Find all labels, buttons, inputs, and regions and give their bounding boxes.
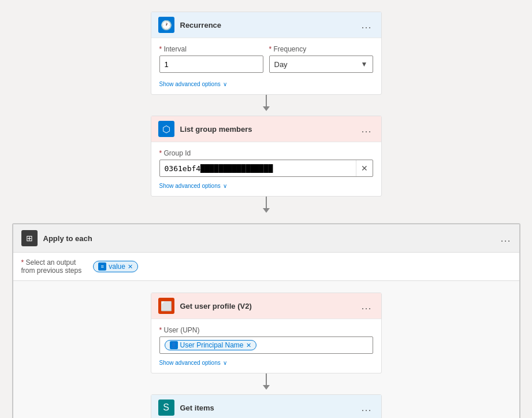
connector-1 <box>263 95 270 116</box>
get-user-more[interactable]: ... <box>359 300 374 312</box>
interval-field: * Interval <box>159 45 263 73</box>
get-user-card: ⬜ Get user profile (V2) ... * User (UPN)… <box>151 293 382 373</box>
chevron-down-icon: ∨ <box>223 81 227 87</box>
recurrence-icon: 🕐 <box>158 17 174 33</box>
get-user-title: Get user profile (V2) <box>180 302 359 310</box>
frequency-arrow-icon: ▼ <box>361 60 368 68</box>
apply-body: ⬜ Get user profile (V2) ... * User (UPN)… <box>13 281 519 418</box>
recurrence-card: 🕐 Recurrence ... * Interval * Frequency … <box>151 12 382 95</box>
upn-chip-icon: 👤 <box>170 341 178 349</box>
list-group-header: ⬡ List group members ... <box>151 116 381 142</box>
upn-chip-close-button[interactable]: ✕ <box>246 342 251 349</box>
list-group-icon: ⬡ <box>158 121 174 137</box>
group-id-input-container: ✕ <box>159 160 373 177</box>
get-items-title: Get items <box>180 404 359 412</box>
user-upn-field: * User (UPN) 👤 User Principal Name ✕ <box>159 326 373 354</box>
group-id-field-row: * Group Id ✕ <box>159 149 373 177</box>
get-items-header: S Get items ... <box>151 395 381 418</box>
user-upn-label: * User (UPN) <box>159 326 373 334</box>
apply-value-chip[interactable]: ≡ value ✕ <box>93 261 138 272</box>
recurrence-title: Recurrence <box>180 21 359 29</box>
frequency-dropdown[interactable]: Day ▼ <box>269 56 373 73</box>
frequency-label: * Frequency <box>269 45 373 53</box>
list-group-body: * Group Id ✕ Show advanced options ∨ <box>151 142 381 196</box>
apply-select-row: * Select an outputfrom previous steps ≡ … <box>13 253 519 281</box>
interval-input[interactable] <box>159 56 263 73</box>
connector-3 <box>263 373 270 394</box>
chevron-down-icon: ∨ <box>223 360 227 366</box>
value-chip-close-button[interactable]: ✕ <box>128 263 133 271</box>
get-user-header: ⬜ Get user profile (V2) ... <box>151 293 381 319</box>
apply-select-label: * Select an outputfrom previous steps <box>21 258 82 275</box>
connector-2 <box>263 197 270 217</box>
list-group-more[interactable]: ... <box>359 123 374 135</box>
get-user-body: * User (UPN) 👤 User Principal Name ✕ Sho… <box>151 319 381 373</box>
get-items-icon: S <box>158 399 174 416</box>
get-user-show-advanced[interactable]: Show advanced options ∨ <box>159 360 373 366</box>
recurrence-show-advanced[interactable]: Show advanced options ∨ <box>159 81 373 87</box>
apply-more[interactable]: ... <box>500 232 511 245</box>
recurrence-more[interactable]: ... <box>359 19 374 31</box>
recurrence-body: * Interval * Frequency Day ▼ Show advanc… <box>151 38 381 94</box>
get-user-icon: ⬜ <box>158 298 174 314</box>
get-items-card: S Get items ... * Site Address Office Op… <box>151 394 382 418</box>
recurrence-header: 🕐 Recurrence ... <box>151 12 381 38</box>
list-group-show-advanced[interactable]: Show advanced options ∨ <box>159 183 373 189</box>
chevron-down-icon: ∨ <box>223 183 227 189</box>
group-id-clear-button[interactable]: ✕ <box>356 160 373 176</box>
get-items-more[interactable]: ... <box>359 402 374 414</box>
user-upn-chip-field[interactable]: 👤 User Principal Name ✕ <box>159 336 373 354</box>
group-id-input[interactable] <box>160 161 356 176</box>
list-group-title: List group members <box>180 125 359 134</box>
user-upn-chip: 👤 User Principal Name ✕ <box>165 340 256 350</box>
apply-icon: ⊞ <box>21 230 38 246</box>
apply-header: ⊞ Apply to each ... <box>13 224 519 253</box>
value-chip-icon: ≡ <box>98 262 106 271</box>
interval-label: * Interval <box>159 45 263 53</box>
apply-title: Apply to each <box>43 234 501 243</box>
apply-each-container: ⊞ Apply to each ... * Select an outputfr… <box>12 223 520 418</box>
frequency-field: * Frequency Day ▼ <box>269 45 373 73</box>
group-id-label: * Group Id <box>159 149 373 157</box>
list-group-card: ⬡ List group members ... * Group Id ✕ Sh… <box>151 116 382 197</box>
